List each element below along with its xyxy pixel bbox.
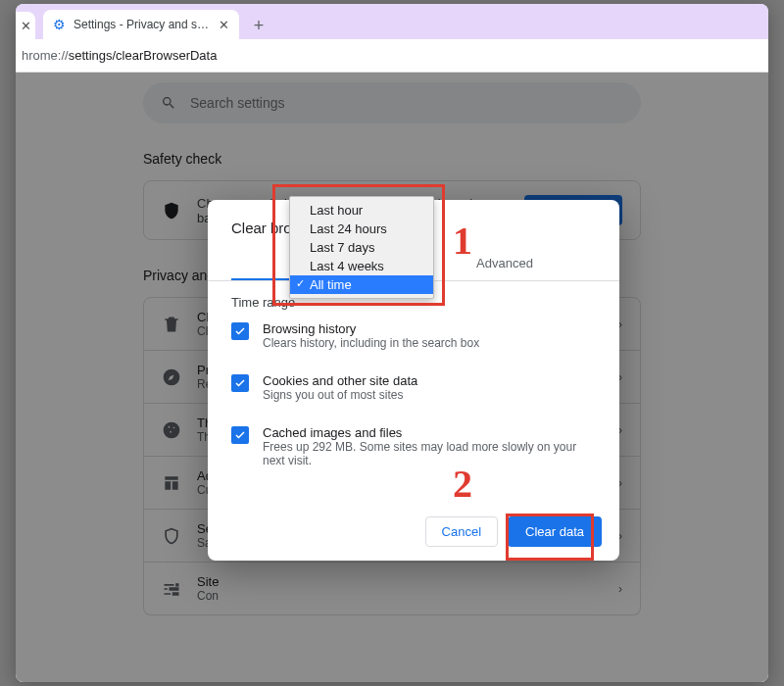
- dropdown-option[interactable]: Last hour: [290, 201, 433, 220]
- url-display: hrome://settings/clearBrowserData: [20, 48, 217, 63]
- tab-title: Settings - Privacy and securit: [74, 18, 211, 31]
- time-range-dropdown[interactable]: Last hour Last 24 hours Last 7 days Last…: [289, 196, 434, 299]
- check-title: Browsing history: [263, 321, 479, 336]
- check-sub: Clears history, including in the search …: [263, 336, 479, 350]
- checkbox-row[interactable]: Cookies and other site dataSigns you out…: [231, 362, 596, 414]
- dropdown-option[interactable]: Last 24 hours: [290, 220, 433, 238]
- check-title: Cookies and other site data: [263, 373, 417, 388]
- checkbox-row[interactable]: Browsing historyClears history, includin…: [231, 310, 596, 362]
- new-tab-button[interactable]: +: [245, 12, 272, 39]
- time-range-label: Time range: [231, 295, 295, 310]
- browser-tab[interactable]: ⚙ Settings - Privacy and securit ✕: [43, 10, 239, 39]
- check-sub: Frees up 292 MB. Some sites may load mor…: [263, 440, 596, 467]
- check-title: Cached images and files: [263, 425, 596, 440]
- checkbox-row[interactable]: Cached images and filesFrees up 292 MB. …: [231, 414, 596, 479]
- cancel-button[interactable]: Cancel: [425, 516, 498, 547]
- previous-tab-edge[interactable]: ✕: [16, 12, 35, 39]
- tab-strip: ✕ ⚙ Settings - Privacy and securit ✕ +: [16, 4, 768, 39]
- annotation-number-1: 1: [453, 218, 472, 264]
- clear-data-button[interactable]: Clear data: [508, 516, 602, 547]
- address-bar[interactable]: hrome://settings/clearBrowserData: [16, 39, 768, 73]
- close-icon[interactable]: ✕: [219, 18, 229, 32]
- check-sub: Signs you out of most sites: [263, 388, 417, 402]
- checkbox-checked-icon[interactable]: [231, 426, 249, 444]
- checkbox-checked-icon[interactable]: [231, 322, 249, 340]
- annotation-number-2: 2: [453, 461, 472, 507]
- close-icon[interactable]: ✕: [21, 19, 31, 33]
- checkbox-checked-icon[interactable]: [231, 374, 249, 392]
- dropdown-option[interactable]: Last 4 weeks: [290, 257, 433, 275]
- dropdown-option-selected[interactable]: All time: [290, 275, 433, 294]
- dropdown-option[interactable]: Last 7 days: [290, 238, 433, 257]
- gear-icon: ⚙: [53, 17, 66, 32]
- tab-advanced[interactable]: Advanced: [414, 246, 596, 280]
